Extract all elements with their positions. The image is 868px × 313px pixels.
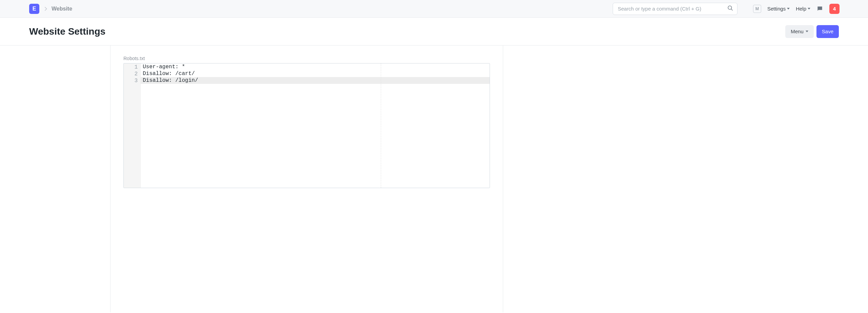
- code-line[interactable]: User-agent: *: [141, 63, 490, 70]
- code-gutter: 123: [124, 63, 141, 188]
- save-button[interactable]: Save: [816, 25, 839, 38]
- menu-button-label: Menu: [791, 29, 804, 34]
- chevron-right-icon: [43, 6, 48, 11]
- line-number: 1: [124, 64, 138, 71]
- sidebar: [0, 45, 111, 312]
- caret-down-icon: [808, 8, 810, 10]
- line-number: 3: [124, 77, 138, 84]
- code-editor[interactable]: 123 User-agent: *Disallow: /cart/Disallo…: [123, 63, 490, 188]
- line-number: 2: [124, 71, 138, 77]
- page-title: Website Settings: [29, 26, 785, 37]
- main: Robots.txt 123 User-agent: *Disallow: /c…: [0, 45, 868, 312]
- help-label: Help: [796, 6, 806, 12]
- settings-label: Settings: [767, 6, 786, 12]
- code-body[interactable]: User-agent: *Disallow: /cart/Disallow: /…: [141, 63, 490, 188]
- page-header: Website Settings Menu Save: [0, 18, 868, 45]
- caret-down-icon: [806, 31, 808, 32]
- field-label-robots: Robots.txt: [123, 56, 490, 61]
- help-dropdown[interactable]: Help: [796, 6, 810, 12]
- settings-dropdown[interactable]: Settings: [767, 6, 790, 12]
- code-line[interactable]: Disallow: /login/: [141, 77, 490, 84]
- search-container: [613, 3, 737, 15]
- app-logo[interactable]: E: [29, 4, 39, 14]
- search-input[interactable]: [613, 3, 737, 15]
- topbar: E Website M Settings Help 4: [0, 0, 868, 18]
- breadcrumb-website[interactable]: Website: [52, 6, 72, 12]
- code-line[interactable]: Disallow: /cart/: [141, 70, 490, 77]
- menu-button[interactable]: Menu: [785, 25, 814, 38]
- notification-badge[interactable]: 4: [829, 4, 840, 14]
- right-controls: M Settings Help 4: [753, 4, 840, 14]
- mini-badge[interactable]: M: [753, 5, 761, 13]
- chat-icon[interactable]: [816, 5, 823, 12]
- caret-down-icon: [787, 8, 790, 10]
- content: Robots.txt 123 User-agent: *Disallow: /c…: [111, 45, 503, 312]
